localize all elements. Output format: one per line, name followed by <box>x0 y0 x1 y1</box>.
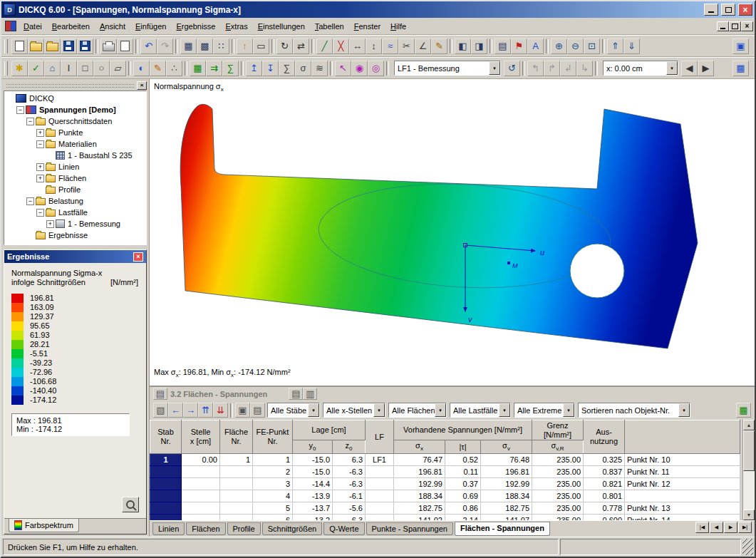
prev-tab-button[interactable]: ◀ <box>710 522 723 533</box>
tree-item-lastf-lle[interactable]: −Lastfälle <box>4 207 146 218</box>
paint-spray-icon[interactable]: ∴ <box>166 61 182 76</box>
open-project-icon[interactable] <box>44 38 61 54</box>
redo-icon[interactable]: ↷ <box>157 38 173 54</box>
minimize-button[interactable] <box>704 4 718 16</box>
cell[interactable]: 182.75 <box>481 502 532 514</box>
divide-line-icon[interactable]: ✂ <box>398 38 415 54</box>
print-report-icon[interactable]: ▤ <box>494 38 511 54</box>
cell[interactable]: 2 <box>253 465 293 477</box>
col-sigma-vr[interactable]: σv,R <box>532 440 584 453</box>
cell[interactable]: 0.00 <box>182 453 220 465</box>
zoom-in-icon[interactable]: ⊕ <box>551 38 567 54</box>
cell[interactable] <box>182 477 220 490</box>
tree-item-materialien[interactable]: −Materialien <box>4 138 146 150</box>
tree-item-querschnittsdaten[interactable]: −Querschnittsdaten <box>4 115 146 127</box>
zoom-out-icon[interactable]: ⊖ <box>567 38 584 54</box>
show-point-icon[interactable]: ◉ <box>351 61 368 76</box>
tree-expander[interactable]: − <box>26 118 34 125</box>
cell[interactable]: 0.821 <box>584 477 625 490</box>
rotate-y-icon[interactable]: ↱ <box>544 61 560 76</box>
cell[interactable] <box>220 502 253 514</box>
cell[interactable]: 235.00 <box>532 477 584 490</box>
loadcase-combo[interactable]: LF1 - Bemessung <box>394 61 501 76</box>
menu-item-tabellen[interactable]: Tabellen <box>310 20 349 33</box>
resize-grip[interactable] <box>742 539 753 555</box>
table-copy-icon[interactable]: ▤ <box>289 388 303 400</box>
cell[interactable]: 76.48 <box>481 453 532 465</box>
renumber-down-icon[interactable]: ⇓ <box>623 38 640 54</box>
cell[interactable] <box>366 465 394 477</box>
print-preview-icon[interactable] <box>117 38 133 54</box>
restore-button[interactable] <box>721 4 735 16</box>
cell[interactable]: -6.1 <box>333 490 366 502</box>
last-tab-button[interactable]: ▶| <box>738 522 752 533</box>
stress-plot-canvas[interactable]: u v M <box>150 79 752 386</box>
cell[interactable]: 6.3 <box>333 453 366 465</box>
cell[interactable]: 1 <box>150 453 182 465</box>
cell[interactable] <box>182 490 220 502</box>
tree-item-profile[interactable]: Profile <box>4 184 146 195</box>
cell[interactable] <box>625 490 740 502</box>
tree-expander[interactable]: + <box>36 175 44 182</box>
draw-polygon-icon[interactable]: ⌂ <box>44 61 61 76</box>
highlight-point-icon[interactable]: ◎ <box>368 61 384 76</box>
pick-point-icon[interactable]: ↖ <box>335 61 351 76</box>
toggle-tables-icon[interactable]: ◨ <box>471 38 487 54</box>
mdi-minimize-button[interactable] <box>717 21 729 31</box>
undo-icon[interactable]: ↶ <box>140 38 157 54</box>
cell[interactable]: 235.00 <box>532 465 584 477</box>
tree-expander[interactable]: − <box>36 140 44 148</box>
cell[interactable] <box>220 490 253 502</box>
menu-item-hilfe[interactable]: Hilfe <box>385 20 411 33</box>
table-tab-fl-chen[interactable]: Flächen <box>186 522 225 535</box>
mirror-object-icon[interactable]: ⇄ <box>293 38 309 54</box>
col-sigma-x[interactable]: σx <box>394 440 445 453</box>
jump-last-icon[interactable]: ⇊ <box>213 403 228 418</box>
mdi-restore-button[interactable] <box>729 21 741 31</box>
insert-polyline-icon[interactable]: ≈ <box>382 38 398 54</box>
cell[interactable] <box>182 465 220 477</box>
cell[interactable] <box>366 490 394 502</box>
scroll-down-icon[interactable] <box>743 510 755 520</box>
cell[interactable]: 0.52 <box>445 453 481 465</box>
delete-object-icon[interactable]: ╳ <box>333 38 349 54</box>
cell[interactable]: 0.11 <box>445 465 481 477</box>
tree-item-punkte[interactable]: +Punkte <box>4 127 146 138</box>
cell[interactable]: LF1 <box>366 453 394 465</box>
cell[interactable]: -6.3 <box>333 465 366 477</box>
col-punkt[interactable] <box>625 420 740 454</box>
cell[interactable] <box>150 477 182 490</box>
cell[interactable]: 192.99 <box>481 477 532 490</box>
col-group-lage[interactable]: Lage [cm] <box>293 420 366 440</box>
rotate-view-icon[interactable]: ↻ <box>276 38 293 54</box>
cell[interactable]: Punkt Nr. 11 <box>625 465 740 477</box>
cell[interactable] <box>150 490 182 502</box>
col-ausnutzung[interactable]: Aus-nutzung <box>584 420 625 454</box>
cell[interactable]: 5 <box>253 502 293 514</box>
scroll-up-icon[interactable] <box>743 420 755 430</box>
col-stelle-x[interactable]: Stellex [cm] <box>182 420 220 454</box>
rotate-x-icon[interactable]: ↰ <box>527 61 544 76</box>
filter-combo-1[interactable]: Alle x-Stellen <box>323 403 385 418</box>
result-area-icon[interactable]: ▦ <box>190 61 206 76</box>
snap-points-icon[interactable]: ∷ <box>213 38 229 54</box>
filter-combo-2[interactable]: Alle Flächen <box>388 403 447 418</box>
tree-item-spannungen-demo-[interactable]: −Spannungen [Demo] <box>4 104 146 115</box>
cell[interactable] <box>366 477 394 490</box>
cell[interactable] <box>150 514 182 520</box>
cell[interactable]: 196.81 <box>481 465 532 477</box>
menu-item-fenster[interactable]: Fenster <box>349 20 385 33</box>
filter-combo-5[interactable]: Sortieren nach Objekt-Nr. <box>578 403 690 418</box>
tree-item-linien[interactable]: +Linien <box>4 161 146 172</box>
diagram-up-icon[interactable]: ↥ <box>246 61 262 76</box>
chevron-down-icon[interactable] <box>373 403 385 417</box>
renumber-up-icon[interactable]: ⇑ <box>607 38 623 54</box>
step-forward-icon[interactable]: ▶ <box>698 61 714 76</box>
chevron-down-icon[interactable] <box>489 61 500 75</box>
result-arrows-icon[interactable]: ⇉ <box>206 61 222 76</box>
scrollbar-track[interactable] <box>743 430 755 510</box>
cell[interactable]: 6 <box>253 514 293 520</box>
tree-item-dickq[interactable]: DICKQ <box>4 93 146 104</box>
cell[interactable]: 235.00 <box>532 514 584 520</box>
cell[interactable]: 182.75 <box>394 502 445 514</box>
